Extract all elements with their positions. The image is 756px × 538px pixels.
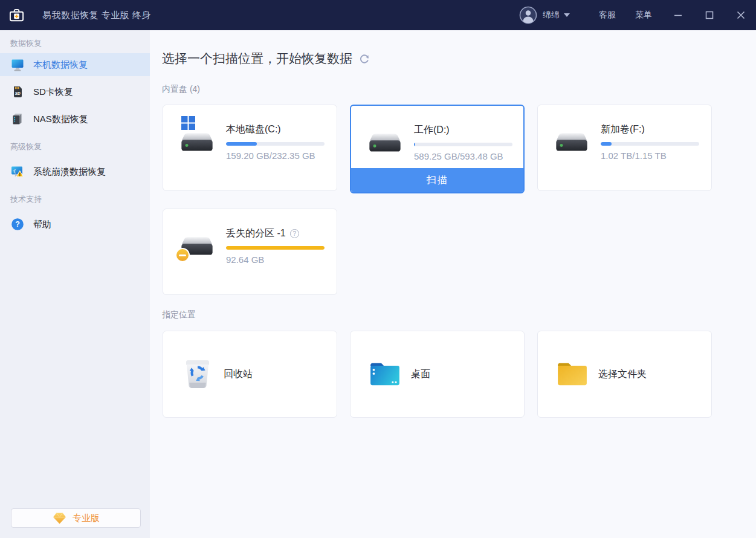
drive-card-d-selected[interactable]: 工作(D:) 589.25 GB/593.48 GB 扫描 <box>350 105 525 193</box>
hard-drive-icon <box>552 128 591 155</box>
crash-monitor-icon: :( <box>10 164 25 179</box>
sidebar-item-label: NAS数据恢复 <box>33 114 88 125</box>
sidebar-section-advanced: 高级恢复 <box>10 141 42 152</box>
sidebar-section-data-recovery: 数据恢复 <box>10 38 42 49</box>
lost-partition-help-icon[interactable]: ? <box>290 229 299 238</box>
capacity-bar <box>226 246 325 250</box>
close-button[interactable] <box>731 0 751 30</box>
refresh-icon[interactable] <box>359 54 370 65</box>
sidebar-item-label: 帮助 <box>33 219 51 230</box>
username: 绵绵 <box>543 10 560 21</box>
svg-text:?: ? <box>15 220 20 228</box>
drive-capacity: 1.02 TB/1.15 TB <box>601 151 701 161</box>
location-label: 桌面 <box>411 368 430 381</box>
choose-folder-icon <box>556 360 589 388</box>
main-content: 选择一个扫描位置，开始恢复数据 内置盘 (4) <box>150 30 756 538</box>
sidebar-item-crash-recovery[interactable]: :( 系统崩溃数据恢复 <box>0 160 150 183</box>
sidebar-item-sd-recovery[interactable]: SD SD卡恢复 <box>0 80 150 103</box>
capacity-bar <box>601 142 699 146</box>
locations-section-label: 指定位置 <box>162 310 196 320</box>
desktop-folder-icon <box>369 360 401 388</box>
sidebar-item-label: 系统崩溃数据恢复 <box>33 166 106 178</box>
sidebar-item-local-recovery[interactable]: 本机数据恢复 <box>0 53 150 76</box>
close-icon <box>737 11 745 19</box>
drive-name: 本地磁盘(C:) <box>226 123 326 136</box>
pro-version-button[interactable]: 专业版 <box>11 508 141 528</box>
location-card-recycle-bin[interactable]: 回收站 <box>163 331 337 418</box>
sidebar-item-label: SD卡恢复 <box>33 86 73 98</box>
sidebar: 数据恢复 本机数据恢复 SD SD卡恢复 NAS数据恢 <box>0 30 150 538</box>
titlebar: 易我数据恢复 专业版 终身 绵绵 客服 菜单 <box>0 0 756 30</box>
svg-text:SD: SD <box>15 91 21 96</box>
sd-card-icon: SD <box>10 85 25 99</box>
hard-drive-icon <box>366 129 404 155</box>
sidebar-item-nas-recovery[interactable]: NAS数据恢复 <box>0 108 150 131</box>
drive-name: 丢失的分区 -1 <box>226 227 286 240</box>
location-card-desktop[interactable]: 桌面 <box>350 331 525 418</box>
scan-button[interactable]: 扫描 <box>351 168 523 192</box>
maximize-button[interactable] <box>699 0 720 30</box>
location-label: 回收站 <box>224 368 253 381</box>
windows-logo-icon <box>181 116 195 130</box>
hard-drive-icon <box>178 128 216 155</box>
menu-link[interactable]: 菜单 <box>635 10 652 21</box>
location-label: 选择文件夹 <box>598 368 647 381</box>
support-link[interactable]: 客服 <box>599 10 616 21</box>
minimize-icon <box>674 11 682 19</box>
capacity-bar <box>226 142 325 146</box>
user-account[interactable]: 绵绵 <box>519 6 570 24</box>
recycle-bin-icon <box>183 358 212 391</box>
sidebar-section-support: 技术支持 <box>10 194 42 205</box>
lost-partition-badge-icon <box>175 248 190 262</box>
sidebar-item-label: 本机数据恢复 <box>33 59 88 71</box>
nas-server-icon <box>10 112 25 126</box>
location-card-choose-folder[interactable]: 选择文件夹 <box>537 331 712 418</box>
maximize-icon <box>705 11 714 19</box>
help-icon: ? <box>10 217 25 232</box>
capacity-bar <box>414 143 512 146</box>
svg-text::(: :( <box>13 169 16 173</box>
drive-capacity: 159.20 GB/232.35 GB <box>226 151 326 161</box>
internal-drives-section-label: 内置盘 (4) <box>162 84 200 95</box>
minimize-button[interactable] <box>668 0 688 30</box>
app-logo-icon <box>8 7 25 24</box>
drive-capacity: 589.25 GB/593.48 GB <box>414 151 514 161</box>
drive-name: 新加卷(F:) <box>601 123 701 136</box>
avatar-icon <box>519 6 537 24</box>
pro-version-label: 专业版 <box>73 513 100 524</box>
drive-name: 工作(D:) <box>414 124 514 137</box>
drive-card-lost-partition[interactable]: 丢失的分区 -1 ? 92.64 GB <box>163 209 337 295</box>
app-title: 易我数据恢复 专业版 终身 <box>42 10 151 21</box>
drive-card-f[interactable]: 新加卷(F:) 1.02 TB/1.15 TB <box>537 105 712 191</box>
page-title: 选择一个扫描位置，开始恢复数据 <box>162 50 352 67</box>
drive-capacity: 92.64 GB <box>226 254 326 265</box>
chevron-down-icon <box>564 13 570 17</box>
drive-card-c[interactable]: 本地磁盘(C:) 159.20 GB/232.35 GB <box>163 105 337 191</box>
sidebar-item-help[interactable]: ? 帮助 <box>0 213 150 236</box>
gem-icon <box>52 512 67 525</box>
monitor-icon <box>10 57 25 72</box>
